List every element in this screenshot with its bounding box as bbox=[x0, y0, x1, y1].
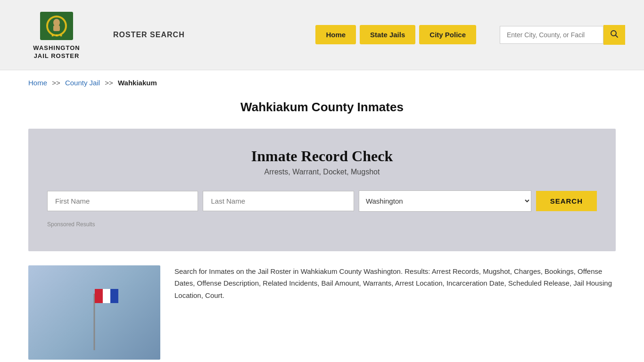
breadcrumb-sep1: >> bbox=[52, 79, 60, 87]
breadcrumb-current: Wahkiakum bbox=[118, 79, 157, 87]
nav-city-police-button[interactable]: City Police bbox=[419, 25, 476, 44]
inmate-search-form: AlabamaAlaskaArizonaArkansasCaliforniaCo… bbox=[47, 190, 597, 212]
breadcrumb-county-jail-link[interactable]: County Jail bbox=[65, 79, 100, 87]
inmate-record-section: Inmate Record Check Arrests, Warrant, Do… bbox=[28, 129, 616, 251]
svg-text:★ ★ ★: ★ ★ ★ bbox=[51, 33, 63, 38]
nav-state-jails-button[interactable]: State Jails bbox=[360, 25, 415, 44]
site-header: ★ ★ ★ WASHINGTON JAIL ROSTER ROSTER SEAR… bbox=[0, 0, 644, 70]
logo-title: WASHINGTON JAIL ROSTER bbox=[33, 44, 80, 60]
last-name-input[interactable] bbox=[203, 191, 354, 211]
svg-rect-4 bbox=[53, 25, 60, 31]
breadcrumb-home-link[interactable]: Home bbox=[28, 79, 47, 87]
inmate-record-title: Inmate Record Check bbox=[47, 148, 597, 165]
search-icon bbox=[610, 30, 619, 38]
header-search-area bbox=[500, 25, 625, 45]
nav-buttons: Home State Jails City Police bbox=[315, 25, 476, 44]
first-name-input[interactable] bbox=[47, 191, 198, 211]
breadcrumb: Home >> County Jail >> Wahkiakum bbox=[0, 70, 644, 95]
description-text: Search for Inmates on the Jail Roster in… bbox=[174, 265, 616, 360]
state-select[interactable]: AlabamaAlaskaArizonaArkansasCaliforniaCo… bbox=[359, 190, 531, 212]
bottom-section: Search for Inmates on the Jail Roster in… bbox=[28, 265, 616, 362]
inmate-record-subtitle: Arrests, Warrant, Docket, Mugshot bbox=[47, 168, 597, 176]
header-search-input[interactable] bbox=[500, 26, 603, 44]
svg-line-7 bbox=[616, 35, 618, 37]
breadcrumb-sep2: >> bbox=[105, 79, 113, 87]
svg-point-3 bbox=[53, 19, 60, 26]
flag bbox=[95, 289, 118, 303]
roster-search-label: ROSTER SEARCH bbox=[113, 31, 185, 39]
courthouse-image bbox=[28, 265, 160, 360]
header-search-button[interactable] bbox=[603, 25, 625, 45]
sponsored-label: Sponsored Results bbox=[47, 221, 597, 228]
page-title: Wahkiakum County Inmates bbox=[0, 100, 644, 115]
nav-home-button[interactable]: Home bbox=[315, 25, 356, 44]
inmate-search-button[interactable]: SEARCH bbox=[536, 191, 597, 211]
state-flag-logo: ★ ★ ★ bbox=[38, 9, 75, 42]
logo-area: ★ ★ ★ WASHINGTON JAIL ROSTER bbox=[19, 9, 94, 60]
